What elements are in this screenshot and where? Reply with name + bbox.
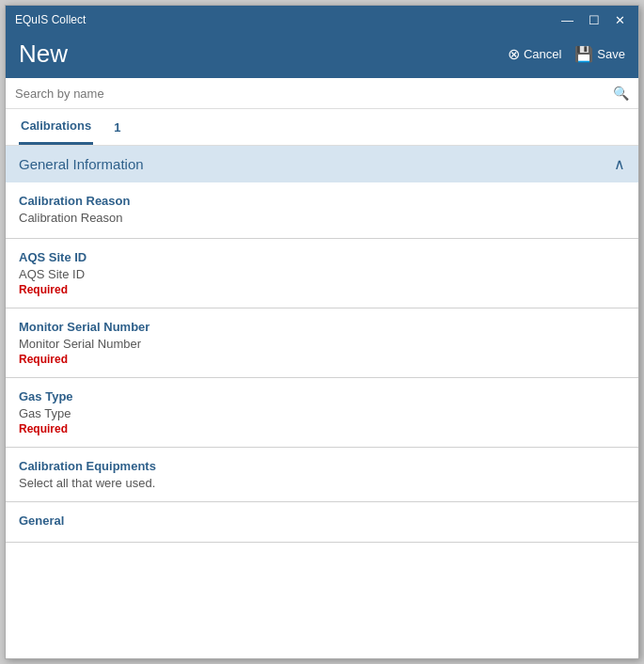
label-monitor-serial-number: Monitor Serial Number — [19, 320, 625, 334]
required-gas-type: Required — [19, 422, 625, 435]
field-monitor-serial-number: Monitor Serial Number Monitor Serial Num… — [6, 308, 638, 378]
page-title: New — [19, 40, 68, 69]
tab-calibrations[interactable]: Calibrations — [19, 109, 93, 145]
close-button[interactable]: ✕ — [611, 12, 629, 28]
note-calibration-equipments: Select all that were used. — [19, 476, 625, 490]
app-window: EQuIS Collect — ☐ ✕ New ⊗ Cancel 💾 Save … — [5, 5, 639, 659]
search-bar: 🔍 — [6, 78, 638, 109]
section-title: General Information — [19, 156, 144, 172]
label-gas-type: Gas Type — [19, 389, 625, 403]
save-icon: 💾 — [574, 45, 593, 63]
maximize-button[interactable]: ☐ — [585, 12, 604, 28]
value-aqs-site-id: AQS Site ID — [19, 267, 625, 281]
field-aqs-site-id: AQS Site ID AQS Site ID Required — [6, 239, 638, 308]
field-calibration-equipments: Calibration Equipments Select all that w… — [6, 448, 638, 502]
label-general: General — [19, 514, 625, 528]
tabs-bar: Calibrations 1 — [6, 109, 638, 146]
header-bar: New ⊗ Cancel 💾 Save — [6, 34, 638, 78]
header-actions: ⊗ Cancel 💾 Save — [508, 45, 625, 63]
tab-count-badge: 1 — [112, 111, 122, 144]
value-monitor-serial-number: Monitor Serial Number — [19, 337, 625, 351]
label-aqs-site-id: AQS Site ID — [19, 250, 625, 264]
value-gas-type: Gas Type — [19, 406, 625, 420]
collapse-icon: ∧ — [614, 155, 625, 173]
field-gas-type: Gas Type Gas Type Required — [6, 378, 638, 448]
field-general: General — [6, 502, 638, 543]
value-calibration-reason: Calibration Reason — [19, 211, 625, 225]
cancel-label: Cancel — [524, 47, 561, 61]
section-header[interactable]: General Information ∧ — [6, 146, 638, 182]
field-calibration-reason: Calibration Reason Calibration Reason — [6, 182, 638, 239]
minimize-button[interactable]: — — [558, 12, 577, 28]
label-calibration-reason: Calibration Reason — [19, 194, 625, 208]
window-controls: — ☐ ✕ — [558, 12, 629, 28]
required-aqs-site-id: Required — [19, 283, 625, 296]
cancel-icon: ⊗ — [508, 45, 520, 63]
content-area: Calibration Reason Calibration Reason AQ… — [6, 182, 638, 658]
search-input[interactable] — [15, 87, 613, 101]
required-monitor-serial-number: Required — [19, 353, 625, 366]
save-label: Save — [597, 47, 625, 61]
cancel-button[interactable]: ⊗ Cancel — [508, 45, 561, 63]
save-button[interactable]: 💾 Save — [574, 45, 625, 63]
app-title: EQuIS Collect — [15, 13, 86, 26]
title-bar: EQuIS Collect — ☐ ✕ — [6, 6, 638, 34]
search-icon: 🔍 — [613, 86, 629, 101]
label-calibration-equipments: Calibration Equipments — [19, 459, 625, 473]
